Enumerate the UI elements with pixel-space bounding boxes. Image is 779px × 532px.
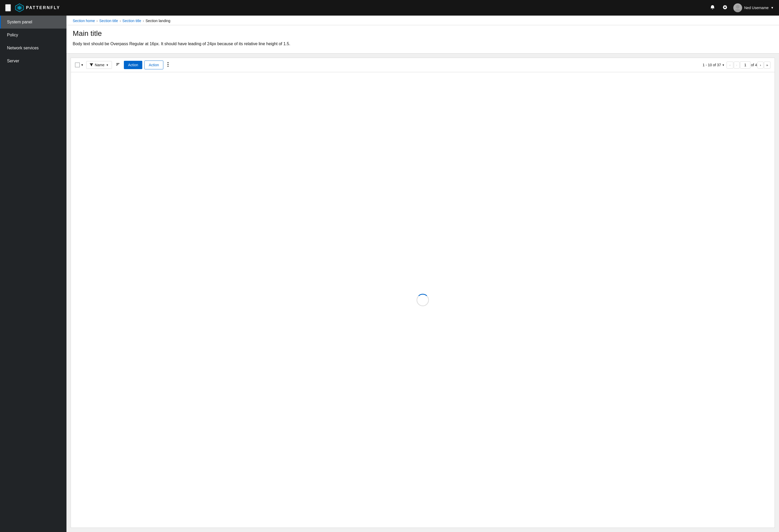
user-menu[interactable]: Ned Username ▼ xyxy=(733,3,774,12)
sort-button[interactable] xyxy=(114,61,122,69)
pagination-nav: « ‹ of 4 › » xyxy=(727,61,770,69)
toolbar: ▼ Name ▼ xyxy=(71,58,775,72)
pagination-info: 1 - 10 of 37 ▼ « ‹ of 4 › » xyxy=(703,61,770,69)
pagination-prev-button[interactable]: ‹ xyxy=(734,62,739,69)
breadcrumb-section-title-1[interactable]: Section title xyxy=(99,19,118,23)
sidebar-item-label: System panel xyxy=(7,20,32,24)
breadcrumb-section-title-2[interactable]: Section title xyxy=(122,19,141,23)
svg-point-9 xyxy=(168,64,169,65)
breadcrumb-sep-2: › xyxy=(120,19,121,23)
page-header: Main title Body text should be Overpass … xyxy=(66,25,779,54)
pagination-of-label: of 4 xyxy=(751,63,757,67)
sidebar-item-network-services[interactable]: Network services xyxy=(0,42,66,55)
svg-rect-7 xyxy=(116,65,117,66)
pagination-range-text: 1 - 10 of 37 xyxy=(703,63,721,67)
select-all-dropdown-button[interactable]: ▼ xyxy=(80,62,84,67)
pagination-next-button[interactable]: › xyxy=(758,62,763,69)
breadcrumb-sep-3: › xyxy=(143,19,144,23)
pagination-page-input[interactable] xyxy=(740,61,751,69)
sidebar: System panel Policy Network services Ser… xyxy=(0,15,66,532)
sidebar-item-label: Server xyxy=(7,59,19,63)
pagination-range-dropdown[interactable]: 1 - 10 of 37 ▼ xyxy=(703,63,725,67)
breadcrumb-sep-1: › xyxy=(97,19,98,23)
gear-icon xyxy=(722,5,728,10)
breadcrumb-section-home[interactable]: Section home xyxy=(73,19,95,23)
bell-icon xyxy=(710,5,715,10)
action-secondary-button[interactable]: Action xyxy=(144,61,163,69)
brand-name: PATTERNFLY xyxy=(26,5,60,10)
loading-area xyxy=(71,72,775,528)
brand: PATTERNFLY xyxy=(15,3,60,12)
pagination-range: 1 - 10 of 37 ▼ xyxy=(703,63,725,67)
breadcrumb-bar: Section home › Section title › Section t… xyxy=(66,15,779,25)
pagination-last-button[interactable]: » xyxy=(764,62,770,69)
breadcrumb-current: Section landing xyxy=(145,19,170,23)
sidebar-item-server[interactable]: Server xyxy=(0,55,66,67)
notification-button[interactable] xyxy=(708,3,717,13)
top-navigation: ☰ PATTERNFLY Ned xyxy=(0,0,779,15)
filter-label: Name xyxy=(95,63,104,67)
breadcrumb: Section home › Section title › Section t… xyxy=(73,19,773,25)
main-content: Section home › Section title › Section t… xyxy=(66,15,779,532)
content-area: ▼ Name ▼ xyxy=(71,58,775,528)
hamburger-menu-button[interactable]: ☰ xyxy=(5,4,11,11)
user-menu-chevron-icon: ▼ xyxy=(771,6,774,10)
kebab-icon xyxy=(168,62,169,67)
svg-point-4 xyxy=(735,9,741,12)
pagination-first-button[interactable]: « xyxy=(727,62,733,69)
nav-icons: Ned Username ▼ xyxy=(708,3,774,13)
svg-point-8 xyxy=(168,62,169,63)
settings-button[interactable] xyxy=(721,3,729,13)
sidebar-item-label: Network services xyxy=(7,46,39,50)
select-all-checkbox[interactable] xyxy=(75,63,80,67)
svg-point-10 xyxy=(168,66,169,67)
select-all-group: ▼ xyxy=(75,62,84,67)
action-primary-button[interactable]: Action xyxy=(124,61,142,69)
filter-button[interactable]: Name ▼ xyxy=(86,61,112,69)
avatar xyxy=(733,3,742,12)
kebab-menu-button[interactable] xyxy=(165,61,171,69)
svg-rect-6 xyxy=(116,64,118,65)
filter-icon xyxy=(89,63,93,67)
filter-chevron-icon: ▼ xyxy=(106,64,109,66)
sort-icon xyxy=(116,62,120,67)
page-body-text: Body text should be Overpass Regular at … xyxy=(73,41,773,47)
sidebar-item-policy[interactable]: Policy xyxy=(0,28,66,42)
pagination-range-chevron-icon: ▼ xyxy=(722,64,725,66)
patternfly-logo xyxy=(15,3,24,12)
page-title: Main title xyxy=(73,29,773,38)
username-label: Ned Username xyxy=(744,6,769,10)
svg-point-3 xyxy=(736,5,739,9)
sidebar-item-system-panel[interactable]: System panel xyxy=(0,15,66,28)
loading-spinner xyxy=(417,294,429,306)
svg-rect-5 xyxy=(116,63,119,64)
sidebar-item-label: Policy xyxy=(7,33,18,37)
